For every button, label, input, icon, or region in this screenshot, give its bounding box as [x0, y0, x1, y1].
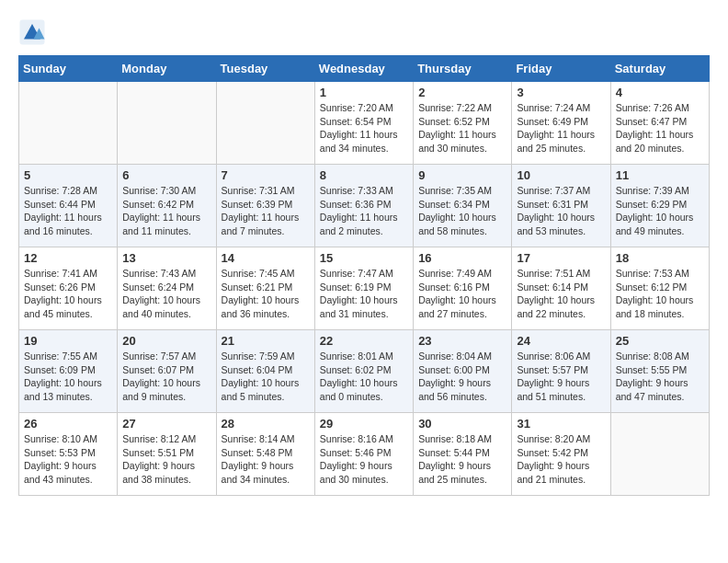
day-number: 26 [24, 417, 112, 431]
cell-text: Daylight: 11 hours and 11 minutes. [122, 211, 210, 237]
cell-text: Daylight: 11 hours and 30 minutes. [418, 128, 506, 155]
cell-text: Sunset: 6:24 PM [122, 281, 210, 294]
cell-text: Sunrise: 7:51 AM [517, 267, 605, 281]
cell-text: Sunset: 6:39 PM [222, 198, 310, 212]
day-header-tuesday: Tuesday [216, 56, 314, 82]
cell-text: Sunset: 5:55 PM [616, 363, 704, 377]
day-header-monday: Monday [118, 56, 216, 82]
cell-text: Daylight: 11 hours and 25 minutes. [517, 128, 605, 155]
calendar-cell: 5Sunrise: 7:28 AMSunset: 6:44 PMDaylight… [19, 165, 118, 247]
day-number: 24 [517, 334, 605, 348]
calendar-cell: 7Sunrise: 7:31 AMSunset: 6:39 PMDaylight… [216, 165, 314, 247]
day-number: 7 [222, 168, 310, 182]
cell-text: Daylight: 11 hours and 16 minutes. [24, 211, 112, 237]
cell-text: Sunrise: 7:41 AM [24, 267, 112, 281]
cell-text: Sunset: 6:07 PM [122, 363, 210, 377]
cell-text: Daylight: 10 hours and 27 minutes. [418, 293, 506, 320]
calendar-table: SundayMondayTuesdayWednesdayThursdayFrid… [18, 55, 710, 496]
calendar-cell: 10Sunrise: 7:37 AMSunset: 6:31 PMDayligh… [512, 165, 610, 247]
cell-text: Daylight: 10 hours and 53 minutes. [517, 211, 605, 237]
cell-text: Sunrise: 7:37 AM [517, 184, 605, 198]
cell-text: Sunrise: 8:20 AM [517, 432, 605, 446]
cell-text: Sunset: 5:48 PM [222, 446, 310, 460]
calendar-cell: 15Sunrise: 7:47 AMSunset: 6:19 PMDayligh… [314, 247, 413, 330]
cell-text: Daylight: 11 hours and 7 minutes. [222, 211, 310, 237]
day-number: 15 [320, 251, 408, 265]
day-number: 12 [24, 251, 112, 265]
cell-text: Daylight: 10 hours and 13 minutes. [24, 376, 112, 403]
calendar-cell [610, 413, 709, 496]
cell-text: Sunrise: 7:39 AM [616, 184, 704, 198]
calendar-cell: 6Sunrise: 7:30 AMSunset: 6:42 PMDaylight… [118, 165, 216, 247]
cell-text: Daylight: 9 hours and 38 minutes. [122, 459, 210, 486]
day-number: 14 [222, 251, 310, 265]
cell-text: Sunset: 6:49 PM [517, 115, 605, 129]
cell-text: Sunrise: 7:28 AM [24, 184, 112, 198]
cell-text: Sunset: 6:21 PM [222, 281, 310, 294]
calendar-cell: 17Sunrise: 7:51 AMSunset: 6:14 PMDayligh… [512, 247, 610, 330]
day-header-sunday: Sunday [19, 56, 118, 82]
day-number: 30 [418, 417, 506, 431]
cell-text: Sunrise: 7:24 AM [517, 101, 605, 115]
cell-text: Daylight: 10 hours and 31 minutes. [320, 293, 408, 320]
cell-text: Daylight: 10 hours and 36 minutes. [222, 293, 310, 320]
cell-text: Daylight: 9 hours and 34 minutes. [222, 459, 310, 486]
cell-text: Daylight: 10 hours and 9 minutes. [122, 376, 210, 403]
day-header-wednesday: Wednesday [314, 56, 413, 82]
cell-text: Sunrise: 7:53 AM [616, 267, 704, 281]
cell-text: Sunset: 6:19 PM [320, 281, 408, 294]
cell-text: Sunset: 6:34 PM [418, 198, 506, 212]
day-number: 31 [517, 417, 605, 431]
day-number: 20 [122, 334, 210, 348]
logo [18, 18, 50, 46]
calendar-cell: 29Sunrise: 8:16 AMSunset: 5:46 PMDayligh… [314, 413, 413, 496]
day-number: 3 [517, 86, 605, 99]
cell-text: Daylight: 11 hours and 20 minutes. [616, 128, 704, 155]
cell-text: Daylight: 9 hours and 51 minutes. [517, 376, 605, 403]
cell-text: Sunrise: 7:47 AM [320, 267, 408, 281]
calendar-cell: 1Sunrise: 7:20 AMSunset: 6:54 PMDaylight… [314, 82, 413, 165]
cell-text: Sunset: 6:44 PM [24, 198, 112, 212]
cell-text: Sunrise: 8:04 AM [418, 350, 506, 363]
cell-text: Sunrise: 7:45 AM [222, 267, 310, 281]
cell-text: Sunrise: 7:57 AM [122, 350, 210, 363]
cell-text: Daylight: 10 hours and 49 minutes. [616, 211, 704, 237]
cell-text: Sunset: 5:51 PM [122, 446, 210, 460]
day-number: 23 [418, 334, 506, 348]
calendar-cell: 16Sunrise: 7:49 AMSunset: 6:16 PMDayligh… [414, 247, 512, 330]
day-number: 13 [122, 251, 210, 265]
calendar-cell: 8Sunrise: 7:33 AMSunset: 6:36 PMDaylight… [314, 165, 413, 247]
day-number: 4 [616, 86, 704, 99]
calendar-cell: 23Sunrise: 8:04 AMSunset: 6:00 PMDayligh… [414, 330, 512, 413]
day-number: 2 [418, 86, 506, 99]
calendar-cell: 12Sunrise: 7:41 AMSunset: 6:26 PMDayligh… [19, 247, 118, 330]
cell-text: Sunset: 5:53 PM [24, 446, 112, 460]
cell-text: Sunrise: 8:01 AM [320, 350, 408, 363]
cell-text: Sunset: 5:42 PM [517, 446, 605, 460]
day-header-thursday: Thursday [414, 56, 512, 82]
cell-text: Sunset: 6:54 PM [320, 115, 408, 129]
calendar-cell: 26Sunrise: 8:10 AMSunset: 5:53 PMDayligh… [19, 413, 118, 496]
calendar-cell: 19Sunrise: 7:55 AMSunset: 6:09 PMDayligh… [19, 330, 118, 413]
cell-text: Sunrise: 7:30 AM [122, 184, 210, 198]
week-row-4: 19Sunrise: 7:55 AMSunset: 6:09 PMDayligh… [19, 330, 710, 413]
cell-text: Sunset: 6:16 PM [418, 281, 506, 294]
calendar-cell: 21Sunrise: 7:59 AMSunset: 6:04 PMDayligh… [216, 330, 314, 413]
cell-text: Sunset: 6:47 PM [616, 115, 704, 129]
cell-text: Daylight: 10 hours and 45 minutes. [24, 293, 112, 320]
cell-text: Sunrise: 7:59 AM [222, 350, 310, 363]
day-number: 16 [418, 251, 506, 265]
cell-text: Sunrise: 7:55 AM [24, 350, 112, 363]
page-header [18, 18, 710, 46]
cell-text: Daylight: 9 hours and 25 minutes. [418, 459, 506, 486]
cell-text: Sunrise: 8:18 AM [418, 432, 506, 446]
cell-text: Daylight: 10 hours and 58 minutes. [418, 211, 506, 237]
day-number: 28 [222, 417, 310, 431]
cell-text: Sunset: 6:12 PM [616, 281, 704, 294]
cell-text: Daylight: 10 hours and 18 minutes. [616, 293, 704, 320]
calendar-cell: 24Sunrise: 8:06 AMSunset: 5:57 PMDayligh… [512, 330, 610, 413]
week-row-5: 26Sunrise: 8:10 AMSunset: 5:53 PMDayligh… [19, 413, 710, 496]
cell-text: Sunset: 5:44 PM [418, 446, 506, 460]
day-number: 18 [616, 251, 704, 265]
calendar-cell [216, 82, 314, 165]
